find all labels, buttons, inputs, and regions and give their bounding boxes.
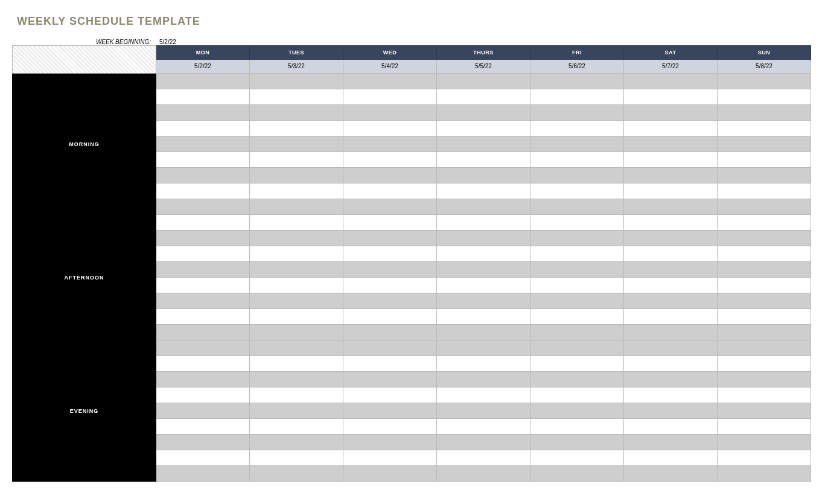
schedule-cell[interactable] bbox=[624, 278, 718, 293]
schedule-cell[interactable] bbox=[250, 199, 343, 215]
schedule-cell[interactable] bbox=[156, 246, 250, 262]
schedule-cell[interactable] bbox=[530, 89, 624, 105]
schedule-cell[interactable] bbox=[343, 388, 437, 403]
schedule-cell[interactable] bbox=[156, 340, 250, 356]
schedule-cell[interactable] bbox=[624, 246, 718, 262]
schedule-cell[interactable] bbox=[437, 466, 530, 482]
schedule-cell[interactable] bbox=[250, 419, 343, 435]
schedule-cell[interactable] bbox=[530, 435, 624, 450]
schedule-cell[interactable] bbox=[343, 466, 437, 482]
schedule-cell[interactable] bbox=[250, 152, 343, 168]
schedule-cell[interactable] bbox=[250, 325, 343, 340]
schedule-cell[interactable] bbox=[437, 121, 530, 136]
schedule-cell[interactable] bbox=[624, 183, 718, 199]
schedule-cell[interactable] bbox=[624, 215, 718, 231]
schedule-cell[interactable] bbox=[530, 293, 624, 309]
schedule-cell[interactable] bbox=[530, 215, 624, 231]
schedule-cell[interactable] bbox=[156, 183, 250, 199]
schedule-cell[interactable] bbox=[250, 183, 343, 199]
schedule-cell[interactable] bbox=[624, 105, 718, 121]
schedule-cell[interactable] bbox=[156, 89, 250, 105]
schedule-cell[interactable] bbox=[530, 403, 624, 419]
schedule-cell[interactable] bbox=[156, 325, 250, 340]
schedule-cell[interactable] bbox=[250, 403, 343, 419]
schedule-cell[interactable] bbox=[718, 293, 811, 309]
schedule-cell[interactable] bbox=[437, 215, 530, 231]
schedule-cell[interactable] bbox=[343, 74, 437, 89]
schedule-cell[interactable] bbox=[624, 403, 718, 419]
schedule-cell[interactable] bbox=[437, 309, 530, 325]
schedule-cell[interactable] bbox=[156, 435, 250, 450]
schedule-cell[interactable] bbox=[343, 278, 437, 293]
schedule-cell[interactable] bbox=[718, 309, 811, 325]
schedule-cell[interactable] bbox=[250, 74, 343, 89]
schedule-cell[interactable] bbox=[718, 183, 811, 199]
schedule-cell[interactable] bbox=[343, 246, 437, 262]
schedule-cell[interactable] bbox=[343, 168, 437, 183]
schedule-cell[interactable] bbox=[343, 152, 437, 168]
schedule-cell[interactable] bbox=[437, 105, 530, 121]
schedule-cell[interactable] bbox=[437, 340, 530, 356]
schedule-cell[interactable] bbox=[718, 372, 811, 388]
schedule-cell[interactable] bbox=[343, 293, 437, 309]
schedule-cell[interactable] bbox=[437, 199, 530, 215]
schedule-cell[interactable] bbox=[156, 278, 250, 293]
schedule-cell[interactable] bbox=[156, 215, 250, 231]
schedule-cell[interactable] bbox=[437, 356, 530, 372]
schedule-cell[interactable] bbox=[156, 168, 250, 183]
schedule-cell[interactable] bbox=[718, 466, 811, 482]
schedule-cell[interactable] bbox=[156, 309, 250, 325]
schedule-cell[interactable] bbox=[343, 372, 437, 388]
schedule-cell[interactable] bbox=[624, 435, 718, 450]
schedule-cell[interactable] bbox=[156, 136, 250, 152]
schedule-cell[interactable] bbox=[437, 168, 530, 183]
schedule-cell[interactable] bbox=[718, 340, 811, 356]
schedule-cell[interactable] bbox=[718, 435, 811, 450]
schedule-cell[interactable] bbox=[250, 215, 343, 231]
schedule-cell[interactable] bbox=[718, 231, 811, 246]
schedule-cell[interactable] bbox=[250, 168, 343, 183]
schedule-cell[interactable] bbox=[624, 231, 718, 246]
schedule-cell[interactable] bbox=[250, 466, 343, 482]
schedule-cell[interactable] bbox=[437, 262, 530, 278]
schedule-cell[interactable] bbox=[250, 231, 343, 246]
schedule-cell[interactable] bbox=[156, 388, 250, 403]
schedule-cell[interactable] bbox=[156, 74, 250, 89]
schedule-cell[interactable] bbox=[250, 136, 343, 152]
schedule-cell[interactable] bbox=[343, 403, 437, 419]
schedule-cell[interactable] bbox=[530, 246, 624, 262]
schedule-cell[interactable] bbox=[156, 372, 250, 388]
schedule-cell[interactable] bbox=[437, 419, 530, 435]
schedule-cell[interactable] bbox=[718, 168, 811, 183]
schedule-cell[interactable] bbox=[156, 231, 250, 246]
schedule-cell[interactable] bbox=[624, 466, 718, 482]
schedule-cell[interactable] bbox=[343, 89, 437, 105]
schedule-cell[interactable] bbox=[624, 293, 718, 309]
schedule-cell[interactable] bbox=[530, 199, 624, 215]
schedule-cell[interactable] bbox=[437, 246, 530, 262]
schedule-cell[interactable] bbox=[156, 466, 250, 482]
schedule-cell[interactable] bbox=[250, 262, 343, 278]
schedule-cell[interactable] bbox=[250, 450, 343, 466]
schedule-cell[interactable] bbox=[718, 419, 811, 435]
schedule-cell[interactable] bbox=[718, 388, 811, 403]
schedule-cell[interactable] bbox=[530, 121, 624, 136]
schedule-cell[interactable] bbox=[530, 419, 624, 435]
schedule-cell[interactable] bbox=[718, 89, 811, 105]
schedule-cell[interactable] bbox=[624, 388, 718, 403]
schedule-cell[interactable] bbox=[250, 293, 343, 309]
schedule-cell[interactable] bbox=[530, 105, 624, 121]
schedule-cell[interactable] bbox=[156, 199, 250, 215]
schedule-cell[interactable] bbox=[718, 105, 811, 121]
schedule-cell[interactable] bbox=[437, 231, 530, 246]
schedule-cell[interactable] bbox=[718, 136, 811, 152]
schedule-cell[interactable] bbox=[530, 309, 624, 325]
schedule-cell[interactable] bbox=[624, 450, 718, 466]
schedule-cell[interactable] bbox=[343, 215, 437, 231]
schedule-cell[interactable] bbox=[250, 340, 343, 356]
schedule-cell[interactable] bbox=[624, 262, 718, 278]
schedule-cell[interactable] bbox=[718, 121, 811, 136]
schedule-cell[interactable] bbox=[437, 403, 530, 419]
schedule-cell[interactable] bbox=[530, 168, 624, 183]
schedule-cell[interactable] bbox=[718, 152, 811, 168]
